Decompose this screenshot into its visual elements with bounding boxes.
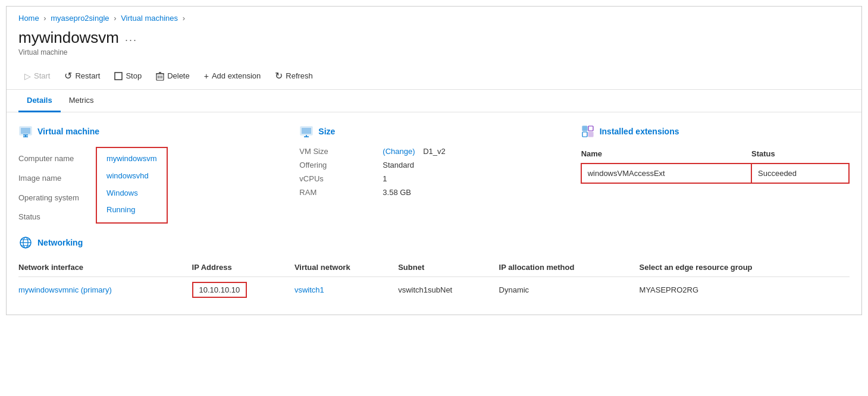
svg-rect-16 xyxy=(582,126,587,131)
start-label: Start xyxy=(34,71,50,80)
extensions-table: Name Status windowsVMAccessExt Succeeded xyxy=(581,147,850,184)
networking-section: Networking Network interface IP Address … xyxy=(18,235,850,303)
breadcrumb-home[interactable]: Home xyxy=(18,14,39,23)
breadcrumb: Home › myasepro2single › Virtual machine… xyxy=(7,7,861,26)
size-section-icon xyxy=(299,124,314,139)
main-container: Home › myasepro2single › Virtual machine… xyxy=(6,6,862,315)
svg-rect-17 xyxy=(588,126,593,131)
vm-field-label: Computer name xyxy=(18,153,96,165)
vm-field-label: Image name xyxy=(18,172,96,185)
vm-field-value: Windows xyxy=(106,187,157,200)
ram-label: RAM xyxy=(299,188,377,197)
net-col-allocation: IP allocation method xyxy=(499,258,640,277)
start-icon: ▷ xyxy=(24,71,31,81)
breadcrumb-virtual-machines[interactable]: Virtual machines xyxy=(121,14,178,23)
ext-status-0: Succeeded xyxy=(751,164,849,183)
start-button[interactable]: ▷ Start xyxy=(18,68,56,84)
network-row-0: mywindowsvmnic (primary) 10.10.10.10 vsw… xyxy=(18,277,850,303)
offering-label: Offering xyxy=(299,161,377,169)
vm-field-label: Operating system xyxy=(18,192,96,205)
networking-title: Networking xyxy=(37,238,83,247)
offering-value: Standard xyxy=(383,161,414,169)
vm-layout: Computer nameImage nameOperating systemS… xyxy=(18,147,287,224)
net-col-ip: IP Address xyxy=(192,258,294,277)
page-subtitle: Virtual machine xyxy=(18,48,850,56)
stop-icon xyxy=(114,72,123,80)
ext-section-icon xyxy=(581,124,595,139)
ram-value: 3.58 GB xyxy=(383,188,411,197)
vcpus-value: 1 xyxy=(383,174,387,183)
breadcrumb-sep-1: › xyxy=(43,14,46,23)
tabs: Details Metrics xyxy=(7,90,861,112)
networking-icon xyxy=(18,235,33,250)
vm-section-title: Virtual machine xyxy=(37,127,99,136)
vm-size-row: VM Size (Change) D1_v2 xyxy=(299,147,568,156)
vm-field-label: Status xyxy=(18,211,96,224)
net-allocation-0: Dynamic xyxy=(499,277,640,303)
stop-label: Stop xyxy=(126,71,142,80)
add-extension-label: Add extension xyxy=(212,71,261,80)
sections-grid: Virtual machine Computer nameImage nameO… xyxy=(18,124,850,224)
ext-col-name: Name xyxy=(581,147,751,164)
extensions-section: Installed extensions Name Status windows… xyxy=(581,124,850,224)
content: Virtual machine Computer nameImage nameO… xyxy=(7,112,861,315)
svg-rect-19 xyxy=(588,132,593,137)
breadcrumb-sep-3: › xyxy=(183,14,185,23)
net-subnet-0: vswitch1subNet xyxy=(398,277,499,303)
vm-field-value: windowsvhd xyxy=(106,170,157,183)
restart-label: Restart xyxy=(75,71,100,80)
ip-address-box: 10.10.10.10 xyxy=(192,282,247,298)
svg-rect-0 xyxy=(115,73,122,80)
refresh-label: Refresh xyxy=(286,71,313,80)
delete-icon xyxy=(156,71,164,81)
net-interface-0[interactable]: mywindowsvmnic (primary) xyxy=(18,277,192,303)
restart-icon: ↺ xyxy=(64,70,72,81)
toolbar: ▷ Start ↺ Restart Stop xyxy=(7,62,861,90)
breadcrumb-myasepro2single[interactable]: myasepro2single xyxy=(51,14,109,23)
vm-size-value: D1_v2 xyxy=(423,147,446,156)
size-section: Size VM Size (Change) D1_v2 Offering Sta… xyxy=(299,124,568,224)
vcpus-row: vCPUs 1 xyxy=(299,174,568,183)
net-col-subnet: Subnet xyxy=(398,258,499,277)
svg-rect-18 xyxy=(582,132,587,137)
ext-section-title: Installed extensions xyxy=(600,127,679,136)
net-edge-0: MYASEPRO2RG xyxy=(640,277,850,303)
ram-row: RAM 3.58 GB xyxy=(299,188,568,197)
vm-values-box: mywindowsvmwindowsvhdWindowsRunning xyxy=(96,147,168,224)
delete-label: Delete xyxy=(167,71,190,80)
size-details: VM Size (Change) D1_v2 Offering Standard… xyxy=(299,147,568,197)
ext-section-header: Installed extensions xyxy=(581,124,850,139)
refresh-icon: ↻ xyxy=(275,70,283,81)
vm-field-value: mywindowsvm xyxy=(106,153,157,165)
ext-col-status: Status xyxy=(751,147,849,164)
stop-button[interactable]: Stop xyxy=(108,68,148,83)
more-options-button[interactable]: ... xyxy=(125,32,137,44)
vm-section-header: Virtual machine xyxy=(18,124,287,139)
refresh-button[interactable]: ↻ Refresh xyxy=(269,67,319,84)
restart-button[interactable]: ↺ Restart xyxy=(58,67,106,84)
page-title-text: mywindowsvm xyxy=(18,29,119,47)
title-section: mywindowsvm ... Virtual machine xyxy=(7,26,861,62)
ext-row-0: windowsVMAccessExt Succeeded xyxy=(581,164,849,183)
net-vnet-0[interactable]: vswitch1 xyxy=(294,277,398,303)
offering-row: Offering Standard xyxy=(299,161,568,169)
svg-rect-8 xyxy=(21,128,30,134)
tab-metrics[interactable]: Metrics xyxy=(61,90,102,112)
size-section-title: Size xyxy=(318,127,335,136)
add-extension-button[interactable]: + Add extension xyxy=(198,68,267,84)
vm-size-label: VM Size xyxy=(299,147,377,156)
net-ip-0: 10.10.10.10 xyxy=(192,277,294,303)
network-header-row: Network interface IP Address Virtual net… xyxy=(18,258,850,277)
delete-button[interactable]: Delete xyxy=(150,68,196,84)
net-col-vnet: Virtual network xyxy=(294,258,398,277)
network-table: Network interface IP Address Virtual net… xyxy=(18,258,850,303)
net-col-interface: Network interface xyxy=(18,258,192,277)
ext-name-0: windowsVMAccessExt xyxy=(581,164,751,183)
tab-details[interactable]: Details xyxy=(18,90,61,112)
vm-field-value: Running xyxy=(106,204,157,216)
vm-section-icon xyxy=(18,124,33,139)
vm-section: Virtual machine Computer nameImage nameO… xyxy=(18,124,287,224)
vcpus-label: vCPUs xyxy=(299,174,377,183)
breadcrumb-sep-2: › xyxy=(114,14,116,23)
vm-size-link[interactable]: (Change) xyxy=(383,147,417,156)
